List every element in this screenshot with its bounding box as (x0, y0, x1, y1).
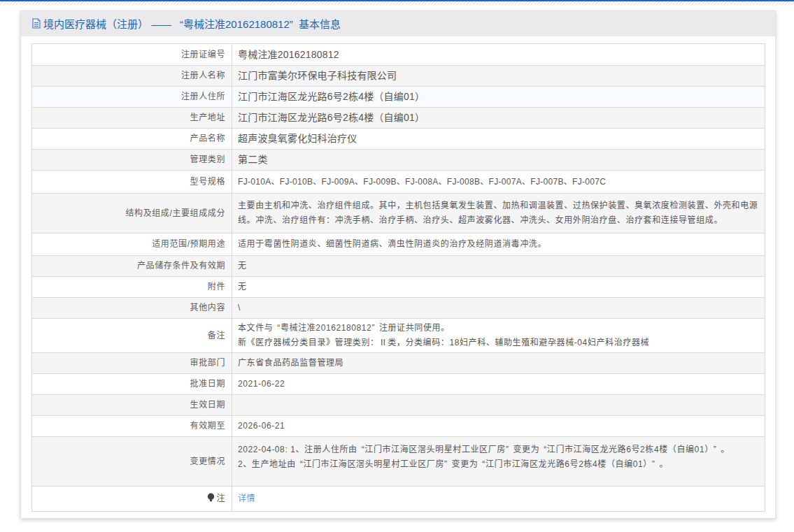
row-value: 2022-04-08: 1、注册人住所由“江门市江海区滘头明星村工业区厂房”变更… (232, 437, 765, 487)
row-label: 产品名称 (32, 129, 232, 150)
row-label: 变更情况 (32, 437, 232, 487)
table-row: 管理类别 第二类 (32, 150, 765, 171)
table-row: 生产地址 江门市江海区龙光路6号2栋4楼（自编01） (32, 108, 765, 129)
registration-info-table: 注册证编号 粤械注准20162180812 注册人名称 江门市富美尔环保电子科技… (31, 43, 765, 512)
row-label: 备注 (32, 319, 232, 353)
table-row: 备注 本文件与“粤械注准20162180812”注册证共同使用。新《医疗器械分类… (32, 319, 765, 353)
table-row: 注册人名称 江门市富美尔环保电子科技有限公司 (32, 66, 765, 87)
row-value: \ (232, 298, 765, 319)
row-value (232, 395, 765, 416)
table-row: 产品储存条件及有效期 无 (32, 256, 765, 277)
row-label: 注册证编号 (32, 44, 232, 66)
fullwidth-quote: ” (444, 457, 452, 472)
fullwidth-quote: ” (506, 443, 513, 457)
row-label: 批准日期 (32, 374, 232, 395)
row-label: 审批部门 (32, 353, 232, 374)
row-label: 注册人名称 (32, 66, 232, 87)
row-value: 详情 (232, 487, 765, 512)
fullwidth-quote: ” (371, 321, 379, 336)
row-value: 2021-06-22 (232, 374, 765, 395)
row-value: 本文件与“粤械注准20162180812”注册证共同使用。新《医疗器械分类目录》… (232, 319, 765, 353)
em-dash: —— (151, 18, 170, 30)
table-row: 型号规格 FJ-010A、FJ-010B、FJ-009A、FJ-009B、FJ-… (32, 171, 765, 194)
table-row: 批准日期 2021-06-22 (32, 374, 765, 395)
fullwidth-quote: “ (478, 457, 485, 472)
row-label: 产品储存条件及有效期 (32, 256, 232, 277)
row-value: 江门市江海区龙光路6号2栋4楼（自编01） (232, 108, 765, 129)
table-row: 产品名称 超声波臭氧雾化妇科治疗仪 (32, 129, 765, 150)
row-label: 生效日期 (32, 395, 232, 416)
fullwidth-quote: “ (357, 443, 365, 457)
row-label: 生产地址 (32, 108, 232, 129)
fullwidth-quote: “ (174, 18, 183, 30)
row-value: 主要由主机和冲洗、治疗组件组成。其中，主机包括臭氧发生装置、加热和调温装置、过热… (232, 194, 765, 233)
row-label: 其他内容 (32, 298, 232, 319)
row-value: 超声波臭氧雾化妇科治疗仪 (232, 129, 765, 150)
table-row: 生效日期 (32, 395, 765, 416)
row-label: 注册人住所 (32, 87, 232, 108)
table-row: 适用范围/预期用途 适用于霉菌性阴道炎、细菌性阴道病、滴虫性阴道炎的治疗及经阴道… (32, 233, 765, 256)
row-value: 2026-06-21 (232, 416, 765, 437)
row-value: 无 (232, 277, 765, 298)
page-title: 境内医疗器械（注册） —— “粤械注准20162180812”基本信息 (43, 16, 341, 31)
row-value: 江门市江海区龙光路6号2栋4楼（自编01） (232, 87, 765, 108)
row-label: 管理类别 (32, 150, 232, 171)
row-value: 无 (232, 256, 765, 277)
panel-header: 境内医疗器械（注册） —— “粤械注准20162180812”基本信息 (21, 11, 775, 36)
table-row: 注册证编号 粤械注准20162180812 (32, 44, 765, 66)
table-row: 审批部门 广东省食品药品监督管理局 (32, 353, 765, 374)
table-body: 注册证编号 粤械注准20162180812 注册人名称 江门市富美尔环保电子科技… (32, 44, 765, 512)
table-row: 变更情况 2022-04-08: 1、注册人住所由“江门市江海区滘头明星村工业区… (32, 437, 765, 487)
row-label: 适用范围/预期用途 (32, 233, 232, 256)
document-icon (32, 18, 41, 29)
table-row: 结构及组成/主要组成成分 主要由主机和冲洗、治疗组件组成。其中，主机包括臭氧发生… (32, 194, 765, 233)
fullwidth-quote: ” (714, 443, 721, 457)
bulb-icon (207, 493, 215, 503)
table-row: 注册人住所 江门市江海区龙光路6号2栋4楼（自编01） (32, 87, 765, 108)
row-value: 适用于霉菌性阴道炎、细菌性阴道病、滴虫性阴道炎的治疗及经阴道消毒冲洗。 (232, 233, 765, 256)
fullwidth-quote: “ (539, 443, 547, 457)
table-row: 注 详情 (32, 487, 765, 512)
row-label: 型号规格 (32, 171, 232, 194)
row-value: 粤械注准20162180812 (232, 44, 765, 66)
row-value: 广东省食品药品监督管理局 (232, 353, 765, 374)
detail-link[interactable]: 详情 (238, 494, 255, 503)
table-row: 其他内容 \ (32, 298, 765, 319)
panel-body: 注册证编号 粤械注准20162180812 注册人名称 江门市富美尔环保电子科技… (21, 36, 775, 518)
row-label: 结构及组成/主要组成成分 (32, 194, 232, 233)
row-label: 附件 (32, 277, 232, 298)
row-label: 注 (32, 487, 232, 512)
row-value: 第二类 (232, 150, 765, 171)
row-value: FJ-010A、FJ-010B、FJ-009A、FJ-009B、FJ-008A、… (232, 171, 765, 194)
table-row: 有效期至 2026-06-21 (32, 416, 765, 437)
fullwidth-quote: “ (273, 321, 281, 336)
info-panel: 境内医疗器械（注册） —— “粤械注准20162180812”基本信息 注册证编… (20, 10, 776, 519)
top-stripes-decoration (0, 1, 794, 6)
fullwidth-quote: “ (296, 457, 304, 472)
fullwidth-quote: ” (290, 18, 299, 30)
fullwidth-quote: ” (652, 457, 660, 472)
row-value: 江门市富美尔环保电子科技有限公司 (232, 66, 765, 87)
table-row: 附件 无 (32, 277, 765, 298)
row-label: 有效期至 (32, 416, 232, 437)
